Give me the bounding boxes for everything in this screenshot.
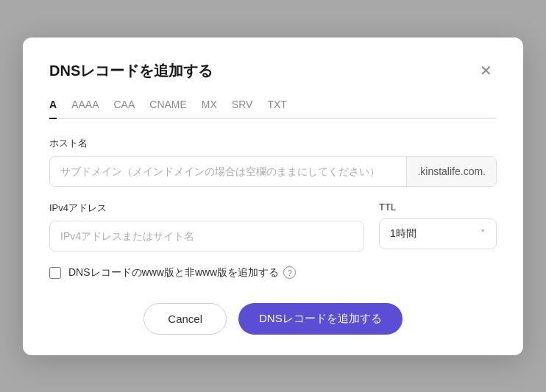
hostname-field: ホスト名 .kinstalife.com. [49,137,497,187]
hostname-label: ホスト名 [49,137,497,150]
tab-a[interactable]: A [49,99,57,118]
submit-button[interactable]: DNSレコードを追加する [238,303,403,335]
tab-aaaa[interactable]: AAAA [71,99,99,118]
www-checkbox[interactable] [49,267,61,279]
chevron-down-icon: ˅ [481,228,486,239]
close-button[interactable]: ✕ [475,62,497,79]
ipv4-input[interactable] [49,221,364,252]
tab-srv[interactable]: SRV [232,99,253,118]
help-icon[interactable]: ? [283,266,296,279]
ttl-field: TTL 1時間 ˅ [379,202,497,249]
www-checkbox-label: DNSレコードのwww版と非www版を追加する ? [68,266,296,279]
tabs-bar: A AAAA CAA CNAME MX SRV TXT [49,99,497,119]
ipv4-field: IPv4アドレス [49,202,364,252]
cancel-button[interactable]: Cancel [143,303,227,335]
modal-title: DNSレコードを追加する [49,61,213,81]
modal-header: DNSレコードを追加する ✕ [49,61,497,81]
ipv4-label: IPv4アドレス [49,202,364,215]
modal-container: DNSレコードを追加する ✕ A AAAA CAA CNAME MX SRV T… [23,38,523,355]
hostname-input[interactable] [50,157,406,186]
www-checkbox-row: DNSレコードのwww版と非www版を追加する ? [49,266,497,279]
tab-caa[interactable]: CAA [113,99,135,118]
hostname-suffix: .kinstalife.com. [406,157,496,186]
ttl-select[interactable]: 1時間 ˅ [379,218,497,249]
hostname-input-wrapper: .kinstalife.com. [49,156,497,187]
modal-footer: Cancel DNSレコードを追加する [49,303,497,335]
ttl-value: 1時間 [390,227,416,240]
tab-mx[interactable]: MX [202,99,217,118]
tab-txt[interactable]: TXT [267,99,286,118]
modal-overlay: DNSレコードを追加する ✕ A AAAA CAA CNAME MX SRV T… [0,0,546,392]
tab-cname[interactable]: CNAME [149,99,187,118]
ttl-label: TTL [379,202,497,213]
ipv4-ttl-row: IPv4アドレス TTL 1時間 ˅ [49,202,497,252]
